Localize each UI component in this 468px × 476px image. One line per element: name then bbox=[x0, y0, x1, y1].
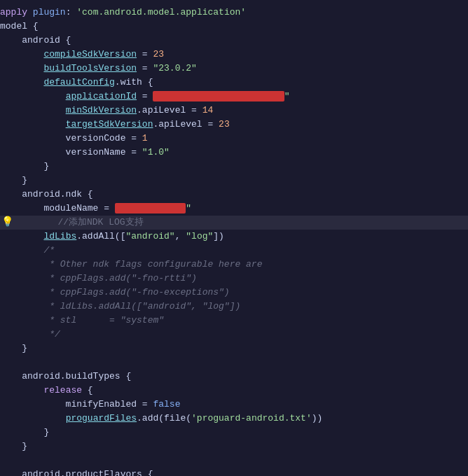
line-content: } bbox=[0, 440, 468, 454]
line-content: moduleName = " bbox=[0, 202, 468, 216]
code-editor: apply plugin: 'com.android.model.applica… bbox=[0, 0, 468, 476]
code-line: } bbox=[0, 174, 468, 188]
code-line: compileSdkVersion = 23 bbox=[0, 48, 468, 62]
line-content: release { bbox=[0, 384, 468, 398]
line-content: android.productFlavors { bbox=[0, 468, 468, 476]
code-line: proguardFiles.add(file('proguard-android… bbox=[0, 412, 468, 426]
line-content: versionName = "1.0" bbox=[0, 146, 468, 160]
code-line: release { bbox=[0, 384, 468, 398]
line-content: versionCode = 1 bbox=[0, 132, 468, 146]
code-line-highlight: 💡 //添加NDK LOG支持 bbox=[0, 216, 468, 230]
line-content: * stl = "system" bbox=[0, 314, 468, 328]
code-line: android.productFlavors { bbox=[0, 468, 468, 476]
code-line bbox=[0, 454, 468, 468]
line-content: ldLibs.addAll(["android", "log"]) bbox=[0, 230, 468, 244]
line-content: compileSdkVersion = 23 bbox=[0, 48, 468, 62]
code-line: * cppFlags.add("-fno-exceptions") bbox=[0, 286, 468, 300]
code-line: versionName = "1.0" bbox=[0, 146, 468, 160]
line-content: buildToolsVersion = "23.0.2" bbox=[0, 62, 468, 76]
code-line bbox=[0, 356, 468, 370]
code-line: apply plugin: 'com.android.model.applica… bbox=[0, 6, 468, 20]
line-content: apply plugin: 'com.android.model.applica… bbox=[0, 6, 468, 20]
line-content: android { bbox=[0, 34, 468, 48]
code-line: * Other ndk flags configurable here are bbox=[0, 258, 468, 272]
line-content: * cppFlags.add("-fno-rtti") bbox=[0, 272, 468, 286]
line-content bbox=[0, 356, 468, 370]
code-line: targetSdkVersion.apiLevel = 23 bbox=[0, 118, 468, 132]
line-content: minifyEnabled = false bbox=[0, 398, 468, 412]
line-content: */ bbox=[0, 328, 468, 342]
code-line: minSdkVersion.apiLevel = 14 bbox=[0, 104, 468, 118]
line-content: model { bbox=[0, 20, 468, 34]
code-line: * stl = "system" bbox=[0, 314, 468, 328]
code-line: */ bbox=[0, 328, 468, 342]
line-content: } bbox=[0, 342, 468, 356]
line-content: } bbox=[0, 426, 468, 440]
code-line: * ldLibs.addAll(["android", "log"]) bbox=[0, 300, 468, 314]
code-line: /* bbox=[0, 244, 468, 258]
code-line: model { bbox=[0, 20, 468, 34]
line-content: * ldLibs.addAll(["android", "log"]) bbox=[0, 300, 468, 314]
code-line: buildToolsVersion = "23.0.2" bbox=[0, 62, 468, 76]
code-line: minifyEnabled = false bbox=[0, 398, 468, 412]
line-content: minSdkVersion.apiLevel = 14 bbox=[0, 104, 468, 118]
line-content: } bbox=[0, 174, 468, 188]
line-content bbox=[0, 454, 468, 468]
line-content: android.ndk { bbox=[0, 188, 468, 202]
bulb-icon: 💡 bbox=[1, 216, 13, 227]
code-line: versionCode = 1 bbox=[0, 132, 468, 146]
line-content: android.buildTypes { bbox=[0, 370, 468, 384]
code-line: android.buildTypes { bbox=[0, 370, 468, 384]
code-line: android.ndk { bbox=[0, 188, 468, 202]
code-line: android { bbox=[0, 34, 468, 48]
line-content: /* bbox=[0, 244, 468, 258]
line-content: targetSdkVersion.apiLevel = 23 bbox=[0, 118, 468, 132]
code-line: } bbox=[0, 160, 468, 174]
code-line: moduleName = " bbox=[0, 202, 468, 216]
code-line: defaultConfig.with { bbox=[0, 76, 468, 90]
code-line: } bbox=[0, 440, 468, 454]
code-line: applicationId = " bbox=[0, 90, 468, 104]
line-content: applicationId = " bbox=[0, 90, 468, 104]
code-line: * cppFlags.add("-fno-rtti") bbox=[0, 272, 468, 286]
line-content: //添加NDK LOG支持 bbox=[0, 216, 468, 230]
line-content: } bbox=[0, 160, 468, 174]
line-content: defaultConfig.with { bbox=[0, 76, 468, 90]
line-content: * Other ndk flags configurable here are bbox=[0, 258, 468, 272]
code-line: } bbox=[0, 342, 468, 356]
code-line: ldLibs.addAll(["android", "log"]) bbox=[0, 230, 468, 244]
line-content: proguardFiles.add(file('proguard-android… bbox=[0, 412, 468, 426]
code-line: } bbox=[0, 426, 468, 440]
line-content: * cppFlags.add("-fno-exceptions") bbox=[0, 286, 468, 300]
